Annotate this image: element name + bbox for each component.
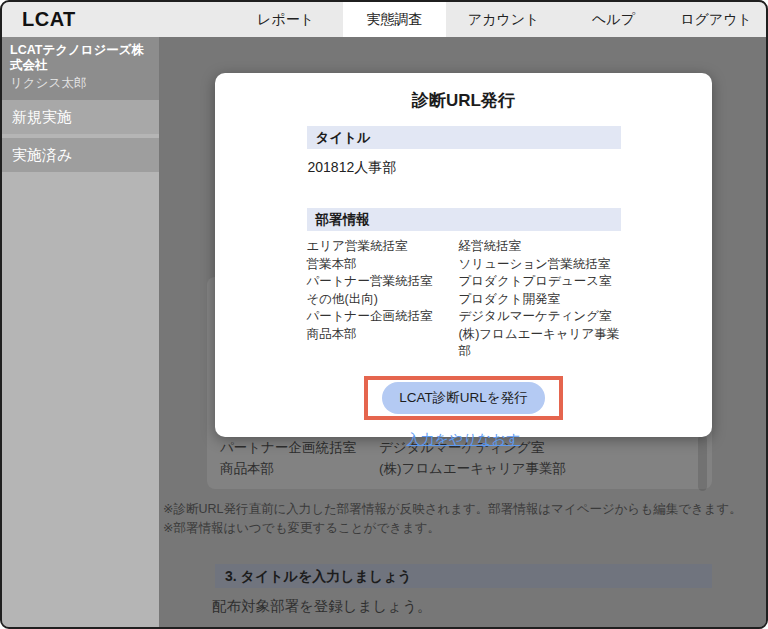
user-name: リクシス太郎 [10,75,151,92]
footnote-line: ※診断URL発行直前に入力した部署情報が反映されます。部署情報はマイページからも… [163,500,742,519]
footnote-line: ※部署情報はいつでも変更することができます。 [163,519,742,538]
sidebar-account-header: LCATテクノロジーズ株式会社 リクシス太郎 [2,37,159,100]
step-heading: 3. タイトルを入力しましょう [215,564,712,588]
footnotes: ※診断URL発行直前に入力した部署情報が反映されます。部署情報はマイページからも… [163,500,742,538]
click-highlight-annotation: LCAT診断URLを発行 [364,376,562,420]
department-item: パートナー営業統括室 [307,273,459,291]
title-section-header: タイトル [307,126,621,149]
button-area: LCAT診断URLを発行 [215,376,712,420]
sidebar: LCATテクノロジーズ株式会社 リクシス太郎 新規実施 実施済み [2,37,159,629]
sidebar-item-completed[interactable]: 実施済み [2,138,159,172]
department-item: 経営統括室 [459,238,621,256]
nav-item-survey[interactable]: 実態調査 [343,2,446,37]
app-logo: LCAT [2,2,76,37]
modal-content-column: タイトル 201812人事部 部署情報 エリア営業統括室 経営統括室 営業本部 … [307,126,621,361]
redo-input-link[interactable]: 入力をやりなおす [215,431,712,449]
top-nav: LCAT レポート 実態調査 アカウント ヘルプ ログアウト [2,2,766,37]
nav-menu: レポート 実態調査 アカウント ヘルプ ログアウト [228,2,766,37]
dimmed-page-content: パートナー企画統括室 デジタルマーケティング室 商品本部 (株)フロムエーキャリ… [159,37,768,629]
sidebar-item-new-survey[interactable]: 新規実施 [2,100,159,134]
issue-url-modal: 診断URL発行 タイトル 201812人事部 部署情報 エリア営業統括室 経営統… [215,73,712,437]
department-item: ソリューション営業統括室 [459,256,621,274]
department-item: デジタルマーケティング室 [459,308,621,326]
nav-item-logout[interactable]: ログアウト [666,2,766,37]
nav-item-help[interactable]: ヘルプ [561,2,666,37]
department-item: 商品本部 [307,326,459,361]
department-item: (株)フロムエーキャリア事業部 [459,326,621,361]
department-item: エリア営業統括室 [307,238,459,256]
bg-dept-cell: 商品本部 [220,458,379,479]
department-list: エリア営業統括室 経営統括室 営業本部 ソリューション営業統括室 パートナー営業… [307,238,621,361]
department-item: 営業本部 [307,256,459,274]
company-name: LCATテクノロジーズ株式会社 [10,43,151,73]
nav-item-account[interactable]: アカウント [446,2,561,37]
issue-url-button[interactable]: LCAT診断URLを発行 [382,382,544,414]
department-item: その他(出向) [307,291,459,309]
nav-item-report[interactable]: レポート [228,2,343,37]
step-description: 配布対象部署を登録しましょう。 [212,597,432,616]
modal-title: 診断URL発行 [215,89,712,112]
department-item: パートナー企画統括室 [307,308,459,326]
department-item: プロダクトプロデュース室 [459,273,621,291]
app-window: LCAT レポート 実態調査 アカウント ヘルプ ログアウト LCATテクノロジ… [0,0,768,629]
survey-title-value: 201812人事部 [308,159,621,177]
department-item: プロダクト開発室 [459,291,621,309]
bg-dept-cell: (株)フロムエーキャリア事業部 [379,458,566,479]
department-section-header: 部署情報 [307,208,621,231]
